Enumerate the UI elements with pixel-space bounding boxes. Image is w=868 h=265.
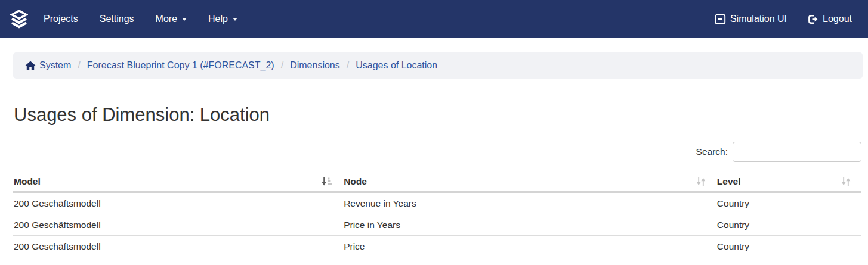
- nav-logout[interactable]: Logout: [797, 0, 862, 38]
- cell-level: Country: [716, 214, 861, 236]
- sort-both-icon: [841, 177, 851, 186]
- table-header-row: Model Node: [13, 172, 861, 192]
- cell-model: 200 Geschäftsmodell: [13, 192, 343, 214]
- nav-logout-label: Logout: [823, 14, 852, 24]
- nav-help-label: Help: [208, 14, 228, 24]
- column-header-model-label: Model: [14, 176, 41, 187]
- app-logo[interactable]: [10, 10, 28, 29]
- navbar-menu: Projects Settings More Help: [33, 0, 248, 38]
- breadcrumb-separator: /: [78, 60, 80, 71]
- breadcrumb-separator: /: [347, 60, 349, 71]
- cell-node: Price in Years: [343, 214, 716, 236]
- nav-settings[interactable]: Settings: [89, 0, 145, 38]
- layers-stack-logo-icon: [10, 10, 28, 29]
- nav-projects[interactable]: Projects: [33, 0, 89, 38]
- nav-more-dropdown[interactable]: More: [145, 0, 197, 38]
- search-bar: Search:: [0, 142, 861, 162]
- cell-model: 200 Geschäftsmodell: [13, 236, 343, 257]
- cell-node: Price: [343, 236, 716, 257]
- table-row: 200 Geschäftsmodell Revenue in Years Cou…: [13, 192, 861, 214]
- nav-help-dropdown[interactable]: Help: [197, 0, 248, 38]
- table-row: 200 Geschäftsmodell Price in Years Count…: [13, 214, 861, 236]
- chevron-down-icon: [233, 18, 237, 21]
- column-header-model[interactable]: Model: [13, 172, 343, 192]
- column-header-level-label: Level: [717, 176, 741, 187]
- cell-level: Country: [716, 236, 861, 257]
- breadcrumb-item-usages-of-location[interactable]: Usages of Location: [356, 60, 437, 71]
- column-header-node-label: Node: [344, 176, 367, 187]
- nav-simulation-ui-label: Simulation UI: [730, 14, 787, 24]
- home-icon[interactable]: [25, 61, 36, 71]
- cell-level: Country: [716, 192, 861, 214]
- usages-table: Model Node: [13, 172, 861, 257]
- nav-simulation-ui[interactable]: Simulation UI: [705, 0, 797, 38]
- chevron-down-icon: [182, 18, 187, 21]
- column-header-level[interactable]: Level: [716, 172, 861, 192]
- table-row: 200 Geschäftsmodell Price Country: [13, 236, 861, 257]
- home-icon-glyph: [25, 61, 36, 71]
- window-dash-icon: [715, 14, 726, 25]
- breadcrumb-item-dimensions[interactable]: Dimensions: [290, 60, 340, 71]
- column-header-node[interactable]: Node: [343, 172, 716, 192]
- top-navbar: Projects Settings More Help Simulation U…: [0, 0, 868, 38]
- cell-node: Revenue in Years: [343, 192, 716, 214]
- sort-amount-asc-icon: [322, 177, 332, 186]
- breadcrumb: System / Forecast Blueprint Copy 1 (#FOR…: [13, 52, 863, 79]
- sort-both-icon: [696, 177, 706, 186]
- search-label: Search:: [696, 146, 728, 157]
- breadcrumb-separator: /: [281, 60, 283, 71]
- cell-model: 200 Geschäftsmodell: [13, 214, 343, 236]
- search-input[interactable]: [733, 142, 861, 162]
- navbar-right: Simulation UI Logout: [705, 0, 862, 38]
- page-title: Usages of Dimension: Location: [14, 102, 868, 127]
- nav-more-label: More: [156, 14, 177, 24]
- breadcrumb-item-forecast-blueprint[interactable]: Forecast Blueprint Copy 1 (#FORECAST_2): [87, 60, 274, 71]
- breadcrumb-item-system[interactable]: System: [39, 60, 71, 71]
- sign-out-icon: [807, 14, 818, 25]
